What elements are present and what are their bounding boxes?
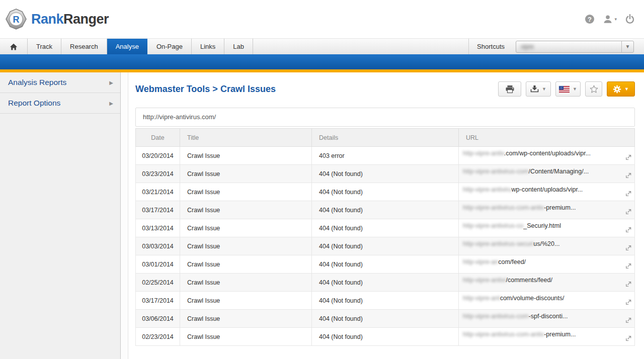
cell-title: Crawl Issue — [180, 255, 312, 274]
help-icon[interactable]: ? — [585, 14, 595, 24]
tab-label: Research — [70, 43, 98, 50]
external-link-icon[interactable] — [625, 226, 632, 235]
tab-label: Track — [36, 43, 52, 50]
logo[interactable]: R RankRanger — [5, 8, 109, 30]
sidebar-splitter[interactable] — [121, 72, 128, 359]
column-header-date: Date — [136, 129, 180, 147]
url-text: -premium... — [544, 204, 576, 211]
brand-name: RankRanger — [31, 12, 109, 27]
url-redacted-prefix: http-vipre-antivirus-co — [463, 222, 523, 229]
url-text: /comments/feed/ — [506, 277, 552, 284]
external-link-icon[interactable] — [625, 172, 632, 181]
sidebar: Analysis Reports▶Report Options▶ — [0, 72, 121, 359]
table-row: 03/21/2014Crawl Issue404 (Not found)http… — [136, 183, 635, 201]
cell-url: http-vipre-antivirus-com-antiv-premium..… — [459, 328, 635, 346]
power-icon[interactable] — [625, 14, 635, 24]
cell-date: 03/13/2014 — [136, 219, 180, 237]
cell-url: http-vipre-antivirus-com-antiv-premium..… — [459, 201, 635, 219]
brand-rank: Rank — [31, 12, 63, 27]
cell-url: http-vipre-antivirus-com-spf-disconti... — [459, 310, 635, 328]
cell-title: Crawl Issue — [180, 310, 312, 328]
page: R RankRanger ? ▾ — [0, 0, 644, 359]
tab-label: Links — [200, 43, 215, 50]
sidebar-item-report-options[interactable]: Report Options▶ — [0, 93, 120, 114]
url-redacted-prefix: http-vipre-an — [463, 258, 498, 265]
language-button[interactable]: ▼ — [555, 81, 581, 97]
tab-lab[interactable]: Lab — [224, 39, 253, 54]
url-text: .com/wp-content/uploads/vipr... — [504, 150, 591, 157]
settings-button[interactable]: ▼ — [607, 81, 635, 97]
tab-research[interactable]: Research — [61, 39, 107, 54]
cell-details: 404 (Not found) — [312, 237, 459, 255]
cell-title: Crawl Issue — [180, 165, 312, 183]
sidebar-item-label: Report Options — [8, 99, 60, 108]
cell-url: http-vipre-antivirus-com/Content/Managin… — [459, 165, 635, 183]
url-text: com/feed/ — [498, 258, 526, 265]
url-text: wp-content/uploads/vipr... — [512, 186, 583, 193]
external-link-icon[interactable] — [625, 244, 632, 253]
cell-details: 404 (Not found) — [312, 328, 459, 346]
external-link-icon[interactable] — [625, 262, 632, 272]
external-link-icon[interactable] — [625, 154, 632, 163]
shortcuts-selected-value: vipre — [516, 43, 534, 50]
column-header-details: Details — [312, 129, 459, 147]
cell-url: http-vipre-ancom/feed/ — [459, 255, 635, 274]
cell-url: http-vipre-antiviruwp-content/uploads/vi… — [459, 183, 635, 201]
external-link-icon[interactable] — [625, 299, 632, 308]
print-button[interactable] — [498, 81, 521, 97]
table-row: 02/23/2014Crawl Issue404 (Not found)http… — [136, 328, 635, 346]
cell-title: Crawl Issue — [180, 328, 312, 346]
cell-date: 03/21/2014 — [136, 183, 180, 201]
cell-date: 03/17/2014 — [136, 201, 180, 219]
tab-on-page[interactable]: On-Page — [148, 39, 192, 54]
brand-ranger: Ranger — [63, 12, 109, 27]
cell-date: 03/23/2014 — [136, 165, 180, 183]
chevron-down-icon[interactable]: ▼ — [621, 41, 633, 52]
cell-details: 404 (Not found) — [312, 292, 459, 310]
cell-details: 404 (Not found) — [312, 274, 459, 292]
export-button[interactable]: ▼ — [526, 81, 551, 97]
external-link-icon[interactable] — [625, 190, 632, 199]
cell-title: Crawl Issue — [180, 292, 312, 310]
gear-icon — [613, 85, 621, 94]
favorite-button[interactable] — [585, 81, 602, 97]
table-row: 03/06/2014Crawl Issue404 (Not found)http… — [136, 310, 635, 328]
table-row: 03/20/2014Crawl Issue403 errorhttp-vipre… — [136, 147, 635, 165]
tab-track[interactable]: Track — [28, 39, 61, 54]
shortcuts-select[interactable]: vipre ▼ — [516, 41, 634, 53]
tab-analyse[interactable]: Analyse — [107, 39, 147, 54]
cell-details: 404 (Not found) — [312, 255, 459, 274]
cell-details: 404 (Not found) — [312, 165, 459, 183]
cell-title: Crawl Issue — [180, 237, 312, 255]
header-icons: ? ▾ — [585, 14, 635, 24]
url-redacted-prefix: http-vipre-antivirus-com — [463, 168, 529, 175]
table-row: 02/25/2014Crawl Issue404 (Not found)http… — [136, 274, 635, 292]
external-link-icon[interactable] — [625, 281, 632, 290]
user-menu-icon[interactable]: ▾ — [603, 15, 617, 24]
external-link-icon[interactable] — [625, 335, 632, 344]
tab-links[interactable]: Links — [192, 39, 224, 54]
column-header-url: URL — [459, 129, 635, 147]
page-title: Webmaster Tools > Crawl Issues — [135, 84, 276, 95]
star-icon — [590, 85, 598, 93]
cell-details: 404 (Not found) — [312, 310, 459, 328]
chevron-right-icon: ▶ — [109, 101, 113, 106]
cell-date: 03/01/2014 — [136, 255, 180, 274]
cell-date: 02/23/2014 — [136, 328, 180, 346]
url-redacted-prefix: http-vipre-antivirus-com-antiv — [463, 204, 544, 211]
user-caret-icon: ▾ — [614, 17, 617, 22]
cell-details: 404 (Not found) — [312, 183, 459, 201]
sidebar-item-label: Analysis Reports — [8, 78, 66, 87]
sidebar-item-analysis-reports[interactable]: Analysis Reports▶ — [0, 72, 120, 93]
tab-home[interactable] — [0, 39, 28, 54]
tab-label: Analyse — [116, 43, 139, 50]
url-redacted-prefix: http-vipre-ant — [463, 295, 500, 302]
external-link-icon[interactable] — [625, 317, 632, 326]
cell-date: 03/17/2014 — [136, 292, 180, 310]
url-text: com/volume-discounts/ — [500, 295, 565, 302]
cell-date: 03/03/2014 — [136, 237, 180, 255]
external-link-icon[interactable] — [625, 208, 632, 217]
table-row: 03/03/2014Crawl Issue404 (Not found)http… — [136, 237, 635, 255]
main-nav: TrackResearchAnalyseOn-PageLinksLab Shor… — [0, 38, 644, 54]
chevron-down-icon: ▼ — [624, 86, 629, 92]
